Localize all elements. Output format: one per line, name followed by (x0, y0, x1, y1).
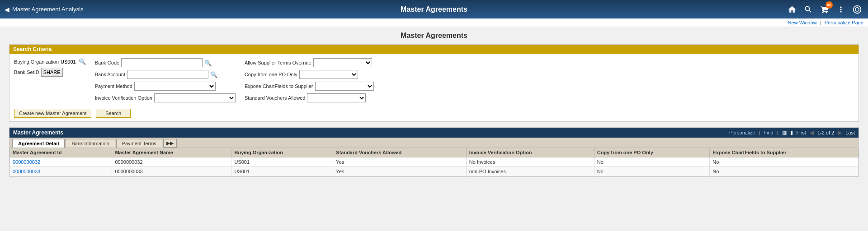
personalize-page-link[interactable]: Personalize Page (825, 20, 863, 25)
results-box: Master Agreements Personalize | Find | ▦… (9, 127, 859, 177)
pagination-text: 1-2 of 2 (817, 130, 834, 135)
bank-setid-row: Bank SetID SHARE (14, 68, 86, 77)
bank-code-row: Bank Code 🔍 (95, 58, 236, 67)
col-header-expose-chartfields: Expose ChartFields to Supplier (710, 148, 859, 157)
tab-bank-information[interactable]: Bank Information (66, 139, 115, 148)
subheader-links: New Window | Personalize Page (0, 18, 868, 27)
first-label[interactable]: First (797, 130, 806, 135)
bank-setid-label: Bank SetID (14, 69, 39, 75)
allow-supplier-terms-row: Allow Supplier Terms Override (245, 58, 374, 67)
header-actions: 69 (786, 3, 863, 16)
back-navigation[interactable]: ◀ Master Agreement Analysis (5, 6, 84, 13)
personalize-link[interactable]: Personalize (729, 130, 755, 135)
col-header-id: Master Agreement Id (10, 148, 112, 157)
search-button[interactable]: Search (96, 109, 131, 118)
subheader-separator: | (820, 20, 823, 25)
payment-method-label: Payment Method (95, 83, 132, 89)
search-buttons: Create new Master Agreement Search (9, 109, 859, 121)
results-header: Master Agreements Personalize | Find | ▦… (9, 128, 859, 138)
standard-vouchers-row: Standard Vouchers Allowed (245, 93, 374, 102)
tab-payment-terms[interactable]: Payment Terms (116, 139, 162, 148)
search-criteria-body: Buying Organization US001 🔍 Bank SetID S… (9, 54, 859, 107)
bank-account-row: Bank Account 🔍 (95, 70, 236, 79)
expose-chartfields-select[interactable] (315, 82, 374, 91)
row1-id-link[interactable]: 0000000032 (13, 159, 40, 165)
prev-arrow[interactable]: ◀ (810, 129, 814, 136)
copy-from-po-row: Copy from one PO Only (245, 70, 374, 79)
row2-id-link[interactable]: 0000000033 (13, 169, 40, 174)
row2-copy-po: No (594, 167, 710, 176)
tab-agreement-detail[interactable]: Agreement Detail (12, 139, 65, 148)
cart-badge: 69 (826, 1, 833, 9)
expose-chartfields-row: Expose ChartFields to Supplier (245, 82, 374, 91)
find-link[interactable]: Find (764, 130, 773, 135)
table-header-row: Master Agreement Id Master Agreement Nam… (10, 148, 859, 157)
row1-invoice-verify: No Invoices (466, 157, 594, 167)
create-new-master-agreement-button[interactable]: Create new Master Agreement (14, 109, 91, 118)
results-table: Master Agreement Id Master Agreement Nam… (9, 148, 859, 176)
settings-button[interactable] (851, 3, 863, 16)
bank-account-search-icon[interactable]: 🔍 (210, 71, 217, 78)
bank-account-input[interactable] (127, 70, 208, 79)
results-tabs: Agreement Detail Bank Information Paymen… (9, 138, 859, 148)
grid-icon[interactable]: ▦ (782, 130, 787, 136)
row2-expose-chartfields: No (710, 167, 859, 176)
back-arrow-icon: ◀ (5, 6, 9, 13)
svg-point-0 (854, 5, 861, 13)
last-label[interactable]: Last (845, 130, 855, 135)
page-title: Master Agreements (9, 32, 859, 40)
allow-supplier-terms-select[interactable] (313, 58, 372, 67)
table-icon[interactable]: ▮ (790, 130, 793, 136)
home-button[interactable] (786, 3, 798, 16)
row1-copy-po: No (594, 157, 710, 167)
buying-org-value: US001 (61, 59, 76, 65)
standard-vouchers-select[interactable] (307, 93, 366, 102)
results-title: Master Agreements (13, 129, 63, 136)
copy-from-po-label: Copy from one PO Only (245, 72, 297, 77)
row2-invoice-verify: non-PO Invoices (466, 167, 594, 176)
buying-org-label: Buying Organization (14, 59, 59, 65)
table-row: 0000000033 0000000033 US001 Yes non-PO I… (10, 167, 859, 176)
search-button[interactable] (802, 3, 815, 16)
row1-name: 0000000032 (112, 157, 231, 167)
row2-std-vouchers: Yes (333, 167, 466, 176)
col-header-copy-po: Copy from one PO Only (594, 148, 710, 157)
tab-extra-button[interactable]: ▶▶ (163, 139, 177, 148)
svg-point-1 (855, 7, 859, 11)
cart-button[interactable]: 69 (818, 3, 831, 16)
row1-id: 0000000032 (10, 157, 112, 167)
allow-supplier-terms-label: Allow Supplier Terms Override (245, 60, 311, 65)
next-arrow[interactable]: ▶ (838, 129, 842, 136)
expose-chartfields-label: Expose ChartFields to Supplier (245, 83, 313, 89)
search-col-middle: Bank Code 🔍 Bank Account 🔍 Payment Metho… (95, 58, 236, 102)
invoice-verification-row: Invoice Verification Option (95, 93, 236, 102)
table-row: 0000000032 0000000032 US001 Yes No Invoi… (10, 157, 859, 167)
bank-code-search-icon[interactable]: 🔍 (204, 60, 212, 66)
col-header-name: Master Agreement Name (112, 148, 231, 157)
col-header-std-vouchers: Standard Vouchers Allowed (333, 148, 466, 157)
row2-buying-org: US001 (231, 167, 333, 176)
more-options-button[interactable] (835, 3, 847, 16)
new-window-link[interactable]: New Window (788, 20, 817, 25)
col-header-buying-org: Buying Organization (231, 148, 333, 157)
row1-std-vouchers: Yes (333, 157, 466, 167)
buying-org-search-icon[interactable]: 🔍 (79, 58, 86, 65)
main-content: Master Agreements Search Criteria Buying… (0, 27, 868, 181)
header-title: Master Agreements (401, 5, 467, 14)
search-criteria-header: Search Criteria (9, 45, 859, 54)
search-col-right: Allow Supplier Terms Override Copy from … (245, 58, 374, 102)
invoice-verification-select[interactable] (154, 93, 236, 102)
bank-code-input[interactable] (121, 58, 203, 67)
standard-vouchers-label: Standard Vouchers Allowed (245, 95, 306, 101)
back-label: Master Agreement Analysis (12, 6, 84, 13)
results-header-right: Personalize | Find | ▦ ▮ First ◀ 1-2 of … (729, 129, 855, 136)
row1-buying-org: US001 (231, 157, 333, 167)
payment-method-select[interactable] (134, 82, 216, 91)
table-body: 0000000032 0000000032 US001 Yes No Invoi… (10, 157, 859, 176)
bank-code-label: Bank Code (95, 60, 119, 65)
search-col-left: Buying Organization US001 🔍 Bank SetID S… (14, 58, 86, 102)
bank-account-label: Bank Account (95, 72, 125, 77)
row1-expose-chartfields: No (710, 157, 859, 167)
row2-name: 0000000033 (112, 167, 231, 176)
copy-from-po-select[interactable] (299, 70, 358, 79)
